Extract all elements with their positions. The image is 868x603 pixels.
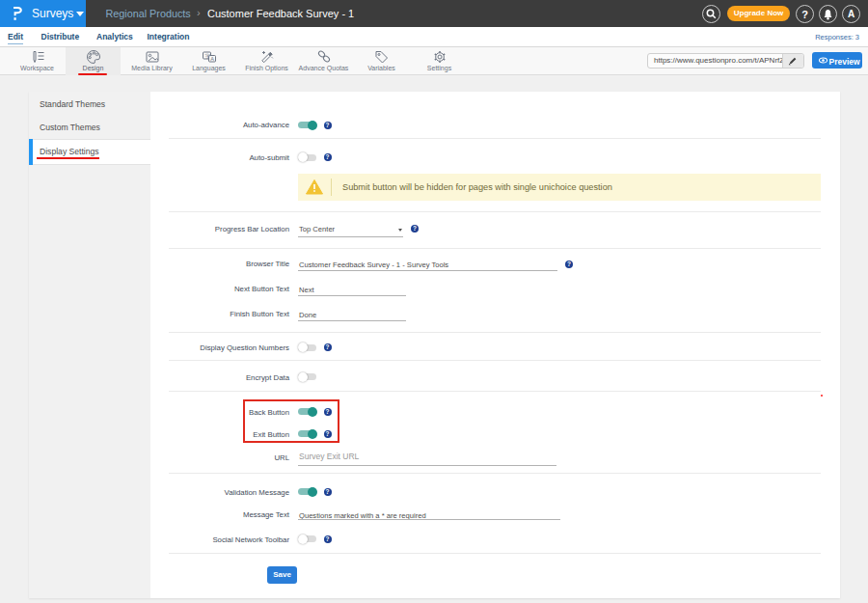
- svg-text:A: A: [210, 56, 214, 62]
